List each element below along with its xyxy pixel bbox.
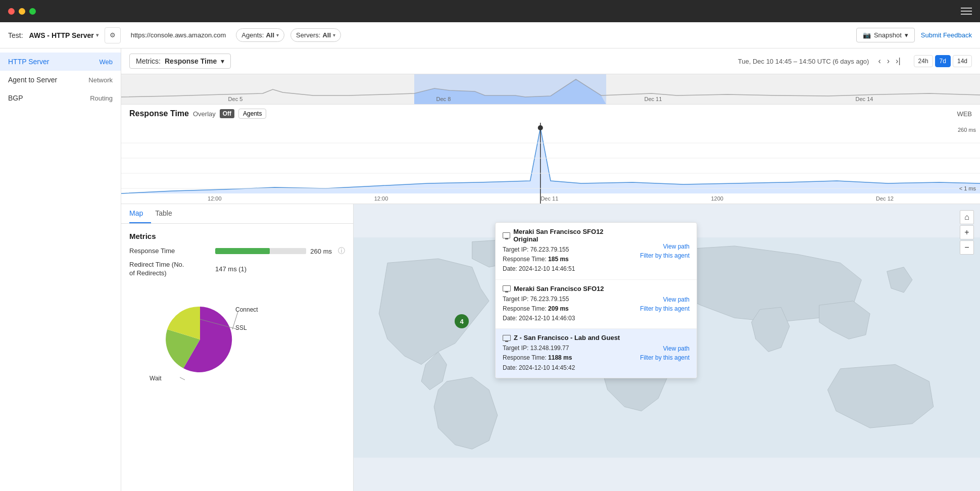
sidebar-item-label: HTTP Server	[8, 58, 49, 66]
overlay-label: Overlay	[193, 110, 216, 118]
sidebar-item-label: Agent to Server	[8, 76, 57, 84]
metrics-selector[interactable]: Metrics: Response Time ▾	[129, 54, 231, 69]
minimize-button[interactable]	[19, 8, 25, 15]
chart-y-min: < 1 ms	[959, 185, 976, 191]
sidebar-item-bgp[interactable]: BGP Routing	[0, 89, 121, 107]
date-dec5: Dec 5	[228, 96, 243, 102]
settings-button[interactable]: ⚙	[105, 27, 121, 43]
chart-header: Metrics: Response Time ▾ Tue, Dec 10 14:…	[121, 48, 980, 74]
tooltip-actions-3: View path Filter by this agent	[629, 334, 690, 373]
snapshot-label: Snapshot	[874, 31, 902, 39]
metric-row-redirect-time: Redirect Time (No.of Redirects) 147 ms (…	[129, 261, 345, 278]
tab-table[interactable]: Table	[155, 204, 180, 223]
snapshot-chevron-icon: ▾	[905, 31, 908, 39]
metrics-prefix: Metrics:	[136, 57, 161, 65]
pie-chart-svg	[165, 304, 235, 375]
agents-filter[interactable]: Agents: All ▾	[236, 28, 284, 42]
sidebar: HTTP Server Web Agent to Server Network …	[0, 48, 121, 491]
view-path-link-1[interactable]: View path	[663, 243, 690, 250]
map-zoom-in-button[interactable]: +	[960, 225, 974, 239]
time-14d-button[interactable]: 14d	[953, 55, 972, 67]
view-path-link-2[interactable]: View path	[663, 296, 690, 303]
x-label-2: 12:00	[374, 195, 388, 202]
svg-point-6	[538, 125, 543, 130]
tooltip-title-3: Z - San Francisco - Lab and Guest	[514, 334, 620, 341]
info-icon[interactable]: ⓘ	[338, 247, 345, 256]
tooltip-header-2: Meraki San Francisco SFO12	[503, 285, 623, 292]
detail-chart-section: Response Time Overlay Off Agents WEB	[121, 105, 980, 204]
time-buttons: 24h 7d 14d	[914, 55, 972, 67]
tabs-bar: Map Table	[121, 204, 353, 224]
metrics-value: Response Time	[165, 57, 217, 65]
tooltip-item-2: Meraki San Francisco SFO12 Target IP: 76…	[496, 280, 697, 329]
view-path-link-3[interactable]: View path	[663, 345, 690, 352]
tooltip-header-3: Z - San Francisco - Lab and Guest	[503, 334, 623, 341]
test-name: AWS - HTTP Server	[29, 31, 94, 39]
time-range-label: Tue, Dec 10 14:45 – 14:50 UTC (6 days ag…	[738, 58, 869, 65]
x-label-3: 1200	[711, 195, 723, 202]
x-label-1: 12:00	[208, 195, 222, 202]
agents-value: All	[266, 31, 274, 39]
tooltip-text-2: Target IP: 76.223.79.155 Response Time: …	[503, 294, 623, 324]
overlay-toggle[interactable]: Off	[220, 109, 234, 118]
servers-filter[interactable]: Servers: All ▾	[290, 28, 341, 42]
left-panel: Map Table Metrics Response Time	[121, 204, 354, 491]
agents-chevron-icon: ▾	[276, 32, 279, 38]
map-area: 4 Meraki San Francisco SFO12 Original	[354, 204, 980, 491]
main-panel: Metrics: Response Time ▾ Tue, Dec 10 14:…	[121, 48, 980, 491]
metric-value-response-time: 260 ms	[310, 248, 332, 255]
metric-name-redirect-time: Redirect Time (No.of Redirects)	[129, 261, 215, 278]
chevron-down-icon: ▾	[96, 32, 99, 38]
metric-row-response-time: Response Time 260 ms ⓘ	[129, 247, 345, 256]
next-button[interactable]: ›	[884, 55, 893, 68]
map-zoom-out-button[interactable]: −	[960, 240, 974, 255]
monitor-icon-1	[503, 232, 510, 238]
time-7d-button[interactable]: 7d	[935, 55, 951, 67]
filter-agent-link-3[interactable]: Filter by this agent	[640, 354, 690, 361]
detail-chart-svg	[121, 123, 980, 204]
snapshot-button[interactable]: 📷 Snapshot ▾	[856, 28, 915, 42]
app-container: Test: AWS - HTTP Server ▾ ⚙ https://cons…	[0, 22, 980, 491]
monitor-icon-3	[503, 335, 511, 341]
map-home-button[interactable]: ⌂	[960, 210, 974, 224]
close-button[interactable]	[8, 8, 15, 15]
tooltip-text-3: Target IP: 13.248.199.77 Response Time: …	[503, 343, 623, 373]
agents-button[interactable]: Agents	[238, 109, 266, 119]
tooltip-actions-1: View path Filter by this agent	[629, 228, 690, 274]
maximize-button[interactable]	[29, 8, 36, 15]
legend-ssl: SSL	[235, 324, 247, 331]
submit-feedback-link[interactable]: Submit Feedback	[921, 31, 972, 39]
legend-connect: Connect	[235, 306, 258, 313]
detail-chart: 260 ms < 1 ms 12:00 12:00 Dec 11 1200 De…	[121, 123, 980, 204]
test-label: Test:	[8, 31, 23, 39]
overview-dates: Dec 5 Dec 8 Dec 11 Dec 14	[121, 96, 980, 102]
metric-bar-fill	[215, 248, 270, 254]
hamburger-icon[interactable]	[961, 8, 972, 15]
map-location-dot[interactable]: 4	[455, 314, 469, 328]
topbar: Test: AWS - HTTP Server ▾ ⚙ https://cons…	[0, 22, 980, 48]
metric-bar-wrap-redirect: 147 ms (1)	[215, 265, 345, 273]
tab-map[interactable]: Map	[129, 204, 151, 223]
prev-button[interactable]: ‹	[875, 55, 884, 68]
overview-chart: Dec 5 Dec 8 Dec 11 Dec 14	[121, 74, 980, 105]
x-label-dec12: Dec 12	[876, 195, 894, 202]
test-selector[interactable]: AWS - HTTP Server ▾	[29, 31, 99, 39]
metric-bar-wrap: 260 ms ⓘ	[215, 247, 345, 256]
filter-agent-link-2[interactable]: Filter by this agent	[640, 305, 690, 312]
pie-section: Connect SSL Wait	[121, 291, 353, 398]
sidebar-item-http-server[interactable]: HTTP Server Web	[0, 53, 121, 71]
detail-chart-title: Response Time	[129, 109, 189, 118]
tooltip-title-2: Meraki San Francisco SFO12	[514, 285, 604, 292]
tooltip-item-left-2: Meraki San Francisco SFO12 Target IP: 76…	[503, 285, 623, 324]
sidebar-item-agent-to-server[interactable]: Agent to Server Network	[0, 71, 121, 89]
time-24h-button[interactable]: 24h	[914, 55, 933, 67]
sidebar-item-sublabel: Routing	[90, 94, 113, 102]
bottom-section: Map Table Metrics Response Time	[121, 204, 980, 491]
tooltip-text-1: Target IP: 76.223.79.155 Response Time: …	[503, 245, 623, 274]
last-button[interactable]: ›|	[893, 55, 903, 68]
metrics-panel: Metrics Response Time 260 ms ⓘ	[121, 224, 353, 291]
legend-wait: Wait	[150, 375, 162, 382]
servers-label: Servers:	[296, 31, 320, 39]
tooltip-item-left-1: Meraki San Francisco SFO12 Original Targ…	[503, 228, 623, 274]
filter-agent-link-1[interactable]: Filter by this agent	[640, 252, 690, 259]
